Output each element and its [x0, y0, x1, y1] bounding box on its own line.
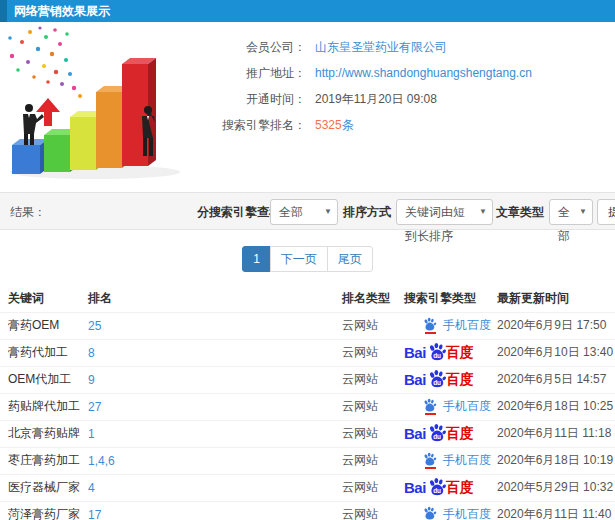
engine-rank-label: 搜索引擎排名：: [190, 117, 306, 134]
article-type-select[interactable]: 全部 ▼: [549, 199, 593, 225]
keyword-cell: OEM代加工: [0, 366, 88, 393]
table-row: OEM代加工9云网站Baidu百度2020年6月5日 14:57: [0, 366, 615, 393]
engine-rank-row: 搜索引擎排名： 5325条: [190, 112, 532, 138]
rank-unit: 条: [342, 118, 354, 132]
promo-url-label: 推广地址：: [190, 65, 306, 82]
info-fields: 会员公司： 山东皇圣堂药业有限公司 推广地址： http://www.shand…: [190, 22, 532, 187]
table-row: 药贴牌代加工27云网站手机百度2020年6月18日 10:25: [0, 393, 615, 420]
rank-cell[interactable]: 8: [88, 339, 342, 366]
svg-text:du: du: [433, 487, 441, 494]
table-header-row: 关键词 排名 排名类型 搜索引擎类型 最新更新时间: [0, 286, 615, 312]
open-time-label: 开通时间：: [190, 91, 306, 108]
keyword-cell: 北京膏药贴牌: [0, 420, 88, 447]
baidu-paw-icon: [423, 317, 437, 334]
mobile-baidu-icon: 手机百度: [423, 317, 491, 334]
table-row: 菏泽膏药厂家17云网站手机百度2020年6月11日 11:40: [0, 501, 615, 520]
keyword-cell: 膏药OEM: [0, 312, 88, 339]
rank-type-cell: 云网站: [342, 339, 404, 366]
rank-type-cell: 云网站: [342, 474, 404, 501]
rank-type-cell: 云网站: [342, 312, 404, 339]
baidu-logo-icon: Baidu百度: [404, 342, 474, 363]
baidu-paw-icon: [423, 398, 437, 415]
col-keyword: 关键词: [0, 286, 88, 312]
table-row: 枣庄膏药加工1,4,6云网站手机百度2020年6月18日 10:19: [0, 447, 615, 474]
sort-filter-select[interactable]: 关键词由短到长排序 ▼: [396, 199, 493, 225]
updated-cell: 2020年6月11日 11:40: [497, 501, 615, 520]
table-row: 膏药OEM25云网站手机百度2020年6月9日 17:50: [0, 312, 615, 339]
engine-cell: 手机百度: [404, 447, 497, 474]
baidu-paw-icon: du: [427, 369, 446, 388]
bar-chart-growth-illustration: [0, 22, 190, 182]
promo-url-link[interactable]: http://www.shandonghuangshengtang.cn: [315, 66, 532, 80]
engine-cell: 手机百度: [404, 393, 497, 420]
table-row: 膏药代加工8云网站Baidu百度2020年6月10日 13:40: [0, 339, 615, 366]
baidu-paw-icon: [423, 506, 437, 520]
baidu-logo-icon: Baidu百度: [404, 423, 474, 444]
header-bar: 网络营销效果展示: [0, 0, 615, 22]
mobile-baidu-icon: 手机百度: [423, 452, 491, 469]
updated-cell: 2020年6月10日 13:40: [497, 339, 615, 366]
engine-rank-value: 5325条: [315, 117, 354, 134]
header-accent: [0, 0, 7, 22]
engine-filter-select[interactable]: 全部 ▼: [270, 199, 338, 225]
engine-cell: Baidu百度: [404, 420, 497, 447]
page: 网络营销效果展示: [0, 0, 615, 520]
svg-text:du: du: [433, 433, 441, 440]
svg-text:du: du: [433, 352, 441, 359]
baidu-paw-icon: du: [427, 477, 446, 496]
updated-cell: 2020年5月29日 10:32: [497, 474, 615, 501]
table-body: 膏药OEM25云网站手机百度2020年6月9日 17:50膏药代加工8云网站Ba…: [0, 312, 615, 520]
last-page-button[interactable]: 尾页: [327, 246, 373, 272]
rank-type-cell: 云网站: [342, 393, 404, 420]
rank-cell[interactable]: 17: [88, 501, 342, 520]
keyword-cell: 药贴牌代加工: [0, 393, 88, 420]
updated-cell: 2020年6月18日 10:19: [497, 447, 615, 474]
company-label: 会员公司：: [190, 39, 306, 56]
col-rank: 排名: [88, 286, 342, 312]
up-arrow-icon: [36, 98, 60, 126]
rank-cell[interactable]: 27: [88, 393, 342, 420]
rank-type-cell: 云网站: [342, 501, 404, 520]
info-section: 会员公司： 山东皇圣堂药业有限公司 推广地址： http://www.shand…: [0, 22, 615, 187]
engine-cell: 手机百度: [404, 501, 497, 520]
open-time-row: 开通时间： 2019年11月20日 09:08: [190, 86, 532, 112]
submit-button[interactable]: 提交: [597, 199, 615, 225]
engine-cell: Baidu百度: [404, 474, 497, 501]
chevron-down-icon: ▼: [479, 200, 487, 224]
chevron-down-icon: ▼: [579, 200, 587, 224]
keyword-cell: 菏泽膏药厂家: [0, 501, 88, 520]
rank-cell[interactable]: 25: [88, 312, 342, 339]
baidu-logo-icon: Baidu百度: [404, 369, 474, 390]
rank-cell[interactable]: 1: [88, 420, 342, 447]
keyword-cell: 医疗器械厂家: [0, 474, 88, 501]
updated-cell: 2020年6月5日 14:57: [497, 366, 615, 393]
table-row: 北京膏药贴牌1云网站Baidu百度2020年6月11日 11:18: [0, 420, 615, 447]
rank-type-cell: 云网站: [342, 366, 404, 393]
company-link[interactable]: 山东皇圣堂药业有限公司: [315, 39, 447, 56]
sort-filter-label: 排序方式: [343, 193, 391, 231]
article-type-value: 全部: [558, 205, 570, 243]
col-updated: 最新更新时间: [497, 286, 615, 312]
page-1-button[interactable]: 1: [242, 246, 271, 272]
baidu-paw-icon: du: [427, 423, 446, 442]
col-rank-type: 排名类型: [342, 286, 404, 312]
rank-cell[interactable]: 9: [88, 366, 342, 393]
engine-cell: Baidu百度: [404, 339, 497, 366]
open-time-value: 2019年11月20日 09:08: [315, 91, 437, 108]
page-title: 网络营销效果展示: [0, 0, 615, 22]
mobile-baidu-icon: 手机百度: [423, 506, 491, 520]
pagination: 1 下一页 尾页: [0, 246, 615, 272]
rank-cell[interactable]: 4: [88, 474, 342, 501]
filter-bar: 结果： 分搜索引擎查看 全部 ▼ 排序方式 关键词由短到长排序 ▼ 文章类型 全…: [0, 192, 615, 230]
results-table: 关键词 排名 排名类型 搜索引擎类型 最新更新时间 膏药OEM25云网站手机百度…: [0, 286, 615, 520]
promo-url-row: 推广地址： http://www.shandonghuangshengtang.…: [190, 60, 532, 86]
keyword-cell: 膏药代加工: [0, 339, 88, 366]
rank-cell[interactable]: 1,4,6: [88, 447, 342, 474]
col-engine-type: 搜索引擎类型: [404, 286, 497, 312]
next-page-button[interactable]: 下一页: [270, 246, 328, 272]
table-row: 医疗器械厂家4云网站Baidu百度2020年5月29日 10:32: [0, 474, 615, 501]
baidu-paw-icon: du: [427, 342, 446, 361]
engine-cell: Baidu百度: [404, 366, 497, 393]
baidu-paw-icon: [423, 452, 437, 469]
mobile-baidu-icon: 手机百度: [423, 398, 491, 415]
